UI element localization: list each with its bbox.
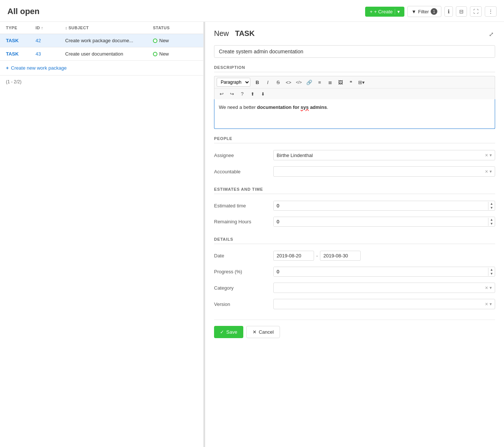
accountable-select[interactable]: × ▾ <box>273 166 495 177</box>
assignee-select[interactable]: Birthe Lindenthal × ▾ <box>273 150 495 160</box>
plus-icon: + <box>370 9 373 14</box>
progress-down[interactable]: ▼ <box>488 272 495 276</box>
version-clear-icon[interactable]: × <box>485 301 488 307</box>
detail-header: New TASK ⤢ <box>214 29 495 39</box>
import-button[interactable]: ⬆ <box>248 90 257 98</box>
assignee-arrow-icon[interactable]: ▾ <box>490 153 492 158</box>
export-button[interactable]: ⬇ <box>258 90 268 98</box>
cancel-button[interactable]: ✕ Cancel <box>246 326 280 338</box>
save-label: Save <box>226 329 237 335</box>
task-type-link[interactable]: TASK <box>6 51 19 57</box>
date-start-input[interactable] <box>273 251 314 261</box>
link-button[interactable]: 🔗 <box>304 79 314 86</box>
details-section: DETAILS Date - Progress (%) ▲ ▼ <box>214 237 495 312</box>
remaining-hours-down[interactable]: ▼ <box>488 222 495 226</box>
assignee-value: Birthe Lindenthal <box>277 153 313 158</box>
estimates-section-label: ESTIMATES AND TIME <box>214 187 495 194</box>
expand-button[interactable]: ⤢ <box>487 29 495 39</box>
estimated-time-down[interactable]: ▼ <box>488 206 495 210</box>
description-section-label: DESCRIPTION <box>214 65 495 72</box>
estimated-time-input[interactable] <box>274 201 488 210</box>
remaining-hours-label: Remaining Hours <box>214 219 273 224</box>
create-caret[interactable]: ▾ <box>395 9 400 14</box>
info-button[interactable]: ℹ <box>444 6 453 17</box>
help-button[interactable]: ? <box>237 90 247 98</box>
category-row: Category × ▾ <box>214 280 495 296</box>
image-button[interactable]: 🖼 <box>336 79 345 86</box>
row-status: New <box>153 51 197 57</box>
cancel-label: Cancel <box>259 329 274 335</box>
accountable-clear-icon[interactable]: × <box>485 169 488 174</box>
assignee-label: Assignee <box>214 153 273 158</box>
remaining-hours-spinners: ▲ ▼ <box>488 218 495 226</box>
expand-icon: ⤢ <box>489 31 494 37</box>
create-new-label: Create new work package <box>11 65 67 71</box>
remaining-hours-input-wrap: ▲ ▼ <box>273 217 495 227</box>
columns-button[interactable]: ⊟ <box>456 6 467 17</box>
create-button[interactable]: + + Create ▾ <box>365 7 404 17</box>
italic-button[interactable]: I <box>263 79 273 86</box>
quote-button[interactable]: ❝ <box>346 79 356 86</box>
main-layout: TYPE ID ↑ ↕SUBJECT STATUS TASK 42 Create… <box>0 22 504 447</box>
code-inline-button[interactable]: <> <box>284 79 293 86</box>
subject-input[interactable] <box>214 45 495 58</box>
editor-content[interactable]: We need a better documentation for sys a… <box>214 99 495 129</box>
date-row: Date - <box>214 248 495 264</box>
subject-sort-icon: ↕ <box>65 26 67 30</box>
remaining-hours-input[interactable] <box>274 217 488 226</box>
more-button[interactable]: ⋮ <box>485 6 497 17</box>
version-select[interactable]: × ▾ <box>273 299 495 309</box>
fullscreen-button[interactable]: ⛶ <box>470 6 482 17</box>
progress-input-wrap: ▲ ▼ <box>273 267 495 277</box>
version-row: Version × ▾ <box>214 296 495 312</box>
bold-button[interactable]: B <box>253 79 262 86</box>
version-arrow-icon[interactable]: ▾ <box>490 301 492 307</box>
remaining-hours-up[interactable]: ▲ <box>488 218 495 222</box>
col-id-header[interactable]: ID ↑ <box>36 26 65 30</box>
col-status-header: STATUS <box>153 26 197 30</box>
toolbar-row1: Paragraph Heading 1 Heading 2 B I S <> <… <box>214 76 495 89</box>
table-panel: TYPE ID ↑ ↕SUBJECT STATUS TASK 42 Create… <box>0 22 204 447</box>
ordered-list-button[interactable]: ≣ <box>325 79 335 86</box>
paragraph-select[interactable]: Paragraph Heading 1 Heading 2 <box>217 78 250 87</box>
sort-icon: ↑ <box>41 26 43 30</box>
bullet-list-button[interactable]: ≡ <box>315 79 324 86</box>
assignee-select-actions: × ▾ <box>485 152 492 158</box>
row-type: TASK <box>6 38 36 43</box>
col-subject-header: ↕SUBJECT <box>65 26 153 30</box>
category-clear-icon[interactable]: × <box>485 285 488 291</box>
date-label: Date <box>214 253 273 258</box>
version-label: Version <box>214 301 273 307</box>
save-button[interactable]: ✓ Save <box>214 326 243 338</box>
category-select[interactable]: × ▾ <box>273 283 495 293</box>
assignee-clear-icon[interactable]: × <box>485 152 488 158</box>
fullscreen-icon: ⛶ <box>473 9 478 14</box>
estimated-time-up[interactable]: ▲ <box>488 202 495 206</box>
create-new-work-package-link[interactable]: + Create new work package <box>0 61 203 75</box>
progress-up[interactable]: ▲ <box>488 268 495 272</box>
status-dot <box>153 52 157 56</box>
filter-button[interactable]: ▼ Filter 1 <box>407 6 441 17</box>
table-button[interactable]: ⊞▾ <box>356 79 367 86</box>
status-text: New <box>159 51 169 57</box>
accountable-row: Accountable × ▾ <box>214 163 495 180</box>
toolbar-row2: ↩ ↪ ? ⬆ ⬇ <box>214 89 495 99</box>
accountable-arrow-icon[interactable]: ▾ <box>490 169 492 174</box>
code-block-button[interactable]: </> <box>294 79 304 86</box>
accountable-select-actions: × ▾ <box>485 169 492 174</box>
table-header: TYPE ID ↑ ↕SUBJECT STATUS <box>0 22 203 34</box>
table-row[interactable]: TASK 43 Create user documentation New <box>0 47 203 61</box>
status-text: New <box>159 38 169 43</box>
cancel-x-icon: ✕ <box>253 329 257 335</box>
task-type-link[interactable]: TASK <box>6 38 19 43</box>
redo-button[interactable]: ↪ <box>227 90 237 98</box>
strikethrough-button[interactable]: S <box>273 79 283 86</box>
columns-icon: ⊟ <box>459 9 464 14</box>
date-range: - <box>273 251 495 261</box>
date-end-input[interactable] <box>320 251 361 261</box>
undo-button[interactable]: ↩ <box>217 90 226 98</box>
category-arrow-icon[interactable]: ▾ <box>490 285 492 290</box>
table-row[interactable]: TASK 42 Create work package docume... Ne… <box>0 34 203 47</box>
col-type-header: TYPE <box>6 26 36 30</box>
progress-input[interactable] <box>274 267 488 276</box>
